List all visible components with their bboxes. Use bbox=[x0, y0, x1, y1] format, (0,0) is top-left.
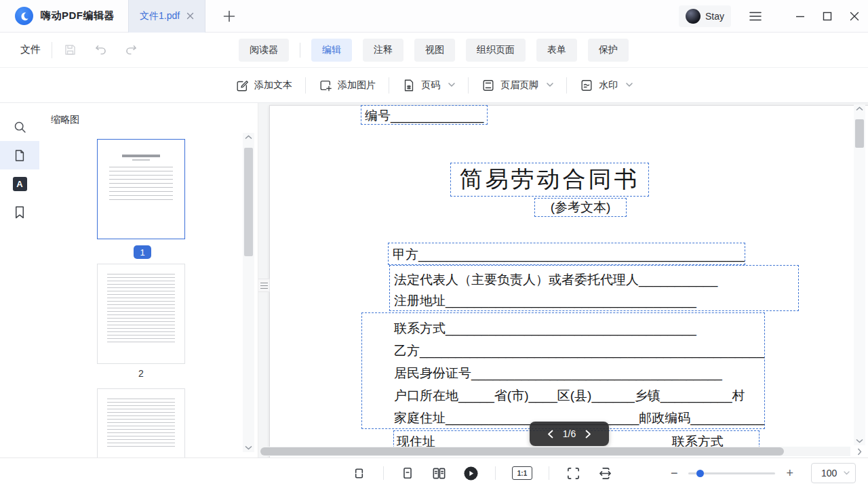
scroll-right-icon[interactable] bbox=[854, 447, 864, 456]
tab-close-icon[interactable] bbox=[186, 12, 194, 20]
maximize-button[interactable] bbox=[814, 0, 841, 33]
statusbar: 1:1 − + 100 bbox=[0, 458, 868, 488]
zoom-slider[interactable] bbox=[688, 472, 775, 474]
doc-reg-address: 注册地址___________________________________ bbox=[394, 290, 798, 311]
panel-scrollbar[interactable] bbox=[243, 133, 254, 452]
doc-party-b: 乙方______________________________________… bbox=[394, 340, 764, 362]
header-footer-button[interactable]: 页眉页脚 bbox=[481, 79, 553, 92]
next-page-icon[interactable] bbox=[585, 430, 591, 439]
thumbnail-page-1[interactable] bbox=[97, 139, 185, 239]
add-text-button[interactable]: 添加文本 bbox=[235, 79, 292, 92]
app-title: 嗨动PDF编辑器 bbox=[41, 9, 115, 22]
fit-page-icon[interactable] bbox=[566, 466, 581, 481]
vertical-scrollbar[interactable] bbox=[854, 104, 865, 445]
add-image-icon bbox=[319, 79, 332, 92]
nav-organize-pages[interactable]: 组织页面 bbox=[466, 39, 526, 62]
annotations-panel-button[interactable]: A bbox=[0, 169, 39, 198]
single-page-view-icon[interactable] bbox=[400, 466, 415, 481]
editable-text-box[interactable]: (参考文本) bbox=[534, 198, 627, 217]
scroll-up-icon bbox=[856, 106, 863, 111]
nav-comment[interactable]: 注释 bbox=[363, 39, 403, 62]
panel-resize-handle[interactable] bbox=[258, 279, 270, 292]
doc-id-number: 居民身份证号__________________________________… bbox=[394, 362, 764, 384]
zoom-in-button[interactable]: + bbox=[783, 466, 796, 481]
file-menu[interactable]: 文件 bbox=[20, 43, 41, 56]
header-footer-icon bbox=[481, 79, 495, 92]
minimize-button[interactable] bbox=[787, 0, 814, 33]
app-logo-icon bbox=[15, 7, 33, 25]
divider bbox=[389, 77, 389, 94]
nav-edit[interactable]: 编辑 bbox=[311, 39, 352, 62]
chevron-down-icon bbox=[626, 83, 633, 87]
nav-protect[interactable]: 保护 bbox=[588, 39, 629, 62]
nav-reader[interactable]: 阅读器 bbox=[239, 39, 289, 62]
divider bbox=[52, 42, 52, 58]
doc-subtitle: (参考文本) bbox=[551, 200, 611, 214]
page-number-label: 页码 bbox=[421, 79, 440, 92]
watermark-button[interactable]: 水印 bbox=[580, 79, 633, 92]
menubar: 文件 阅读器 编辑 注释 视图 组织页面 表单 保护 bbox=[0, 33, 868, 68]
add-image-label: 添加图片 bbox=[338, 79, 376, 92]
divider bbox=[468, 77, 469, 94]
add-text-label: 添加文本 bbox=[254, 79, 292, 92]
thumbnails-panel-button[interactable] bbox=[0, 141, 39, 169]
new-tab-button[interactable] bbox=[223, 10, 235, 22]
page-number-icon bbox=[402, 79, 416, 92]
divider bbox=[300, 43, 300, 58]
add-image-button[interactable]: 添加图片 bbox=[319, 79, 376, 92]
fit-width-icon[interactable] bbox=[597, 466, 613, 481]
scroll-up-icon bbox=[245, 135, 252, 140]
divider bbox=[566, 77, 567, 94]
watermark-icon bbox=[580, 79, 593, 92]
editable-text-box[interactable]: 联系方式___________________________________ … bbox=[361, 312, 765, 429]
pdf-page[interactable]: 编号_____________ 简易劳动合同书 (参考文本) 甲方_______… bbox=[269, 105, 868, 458]
chevron-down-icon bbox=[547, 83, 553, 87]
user-account[interactable]: Stay bbox=[679, 5, 731, 27]
doc-residence: 户口所在地_____省(市)____区(县)______乡镇__________… bbox=[394, 384, 764, 407]
divider bbox=[549, 466, 549, 480]
editable-text-box[interactable]: 甲方______________________________________… bbox=[388, 243, 745, 265]
left-icon-rail: A bbox=[0, 103, 39, 458]
zoom-out-button[interactable]: − bbox=[668, 466, 681, 481]
horizontal-scrollbar[interactable] bbox=[260, 447, 850, 456]
page-number-button[interactable]: 页码 bbox=[402, 79, 455, 92]
page-indicator: 1/6 bbox=[563, 428, 576, 439]
document-area: 编号_____________ 简易劳动合同书 (参考文本) 甲方_______… bbox=[258, 103, 868, 458]
header-footer-label: 页眉页脚 bbox=[500, 79, 538, 92]
undo-icon[interactable] bbox=[94, 43, 108, 57]
editable-text-box[interactable]: 法定代表人（主要负责人）或者委托代理人___________ 注册地址_____… bbox=[389, 265, 799, 311]
prev-page-icon[interactable] bbox=[547, 430, 553, 439]
doc-serial: 编号_____________ bbox=[365, 108, 484, 123]
page-number-label: 2 bbox=[97, 368, 185, 379]
nav-view[interactable]: 视图 bbox=[414, 39, 455, 62]
two-page-view-icon[interactable] bbox=[431, 466, 447, 481]
document-tab[interactable]: 文件1.pdf bbox=[128, 0, 205, 33]
save-icon[interactable] bbox=[63, 43, 77, 57]
panel-title: 缩略图 bbox=[51, 114, 79, 126]
zoom-slider-handle[interactable] bbox=[696, 470, 704, 477]
bookmarks-panel-button[interactable] bbox=[0, 198, 39, 226]
continuous-scroll-icon[interactable] bbox=[351, 466, 367, 481]
presentation-play-icon[interactable] bbox=[463, 466, 479, 481]
zoom-level-select[interactable]: 100 bbox=[811, 463, 856, 483]
chevron-down-icon bbox=[844, 471, 850, 475]
scrollbar-thumb[interactable] bbox=[260, 447, 784, 455]
nav-form[interactable]: 表单 bbox=[536, 39, 577, 62]
redo-icon[interactable] bbox=[124, 43, 138, 57]
zoom-level-value: 100 bbox=[821, 468, 837, 479]
close-window-button[interactable] bbox=[841, 0, 868, 33]
editable-text-box[interactable]: 编号_____________ bbox=[361, 105, 488, 125]
scrollbar-thumb[interactable] bbox=[244, 148, 253, 256]
actual-size-button[interactable]: 1:1 bbox=[512, 466, 532, 480]
thumbnail-preview-line bbox=[122, 155, 160, 157]
search-button[interactable] bbox=[0, 113, 39, 141]
thumbnail-page-3[interactable] bbox=[97, 388, 185, 458]
hamburger-menu-button[interactable] bbox=[742, 0, 769, 33]
chevron-down-icon bbox=[448, 83, 455, 87]
doc-contact: 联系方式___________________________________ bbox=[394, 317, 764, 340]
editable-text-box[interactable]: 简易劳动合同书 bbox=[450, 163, 649, 197]
scrollbar-thumb[interactable] bbox=[855, 119, 864, 148]
thumbnail-page-2[interactable] bbox=[97, 264, 185, 364]
scroll-down-icon bbox=[856, 439, 863, 443]
avatar bbox=[686, 9, 701, 24]
